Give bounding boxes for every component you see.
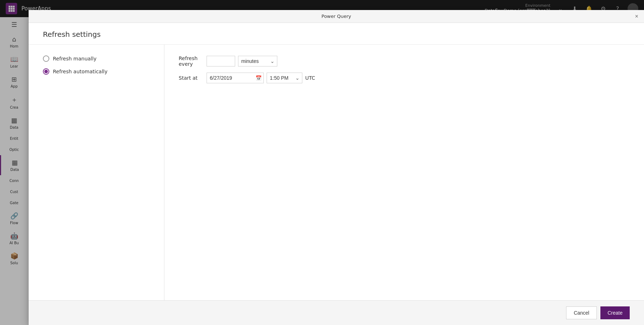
refresh-every-row: Refresh every minutes hours days — [179, 55, 630, 67]
refresh-every-label: Refresh every — [179, 55, 204, 67]
modal-close-button[interactable]: × — [634, 12, 640, 21]
radio-item-automatically[interactable]: Refresh automatically — [43, 68, 150, 75]
start-date-input[interactable] — [207, 73, 264, 83]
date-input-wrapper: 📅 — [207, 73, 264, 83]
radio-automatically-label: Refresh automatically — [53, 69, 108, 74]
radio-manually-label: Refresh manually — [53, 56, 96, 61]
refresh-unit-select[interactable]: minutes hours days — [238, 56, 277, 67]
radio-manually-indicator[interactable] — [43, 55, 49, 62]
modal-titlebar-text: Power Query — [322, 14, 351, 19]
modal-title: Refresh settings — [43, 30, 630, 39]
radio-item-manually[interactable]: Refresh manually — [43, 55, 150, 62]
start-at-row: Start at 📅 12:00 AM 1:00 AM 1:50 PM 2:00… — [179, 73, 630, 83]
modal-header: Refresh settings — [29, 23, 644, 45]
utc-label: UTC — [305, 75, 315, 81]
cancel-button[interactable]: Cancel — [566, 306, 597, 319]
right-panel: Refresh every minutes hours days Start a… — [164, 45, 644, 300]
start-at-label: Start at — [179, 75, 204, 81]
refresh-settings-modal: Power Query × Refresh settings Refresh m… — [29, 10, 644, 325]
refresh-unit-wrapper: minutes hours days — [238, 56, 277, 67]
start-time-select[interactable]: 12:00 AM 1:00 AM 1:50 PM 2:00 PM — [267, 73, 302, 83]
left-panel: Refresh manually Refresh automatically — [29, 45, 164, 300]
modal-footer: Cancel Create — [29, 300, 644, 325]
modal-titlebar: Power Query × — [29, 10, 644, 23]
time-select-wrapper: 12:00 AM 1:00 AM 1:50 PM 2:00 PM — [267, 73, 302, 83]
modal-body: Refresh manually Refresh automatically R… — [29, 45, 644, 300]
radio-automatically-indicator[interactable] — [43, 68, 49, 75]
refresh-mode-radio-group: Refresh manually Refresh automatically — [43, 55, 150, 75]
refresh-every-input[interactable] — [207, 56, 235, 67]
create-button[interactable]: Create — [600, 306, 630, 319]
